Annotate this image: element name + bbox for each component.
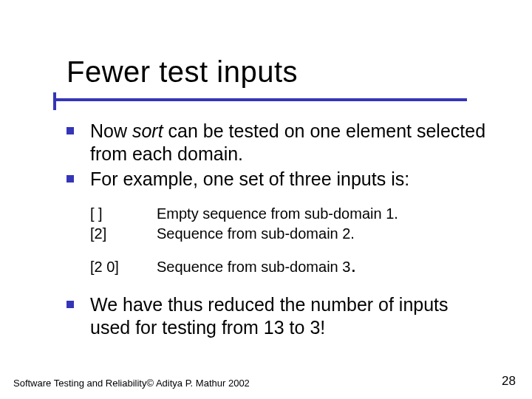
footer-text: Software Testing and Reliability© Aditya… [13,378,250,389]
bullet-item: Now sort can be tested on one element se… [66,120,488,166]
bullet-icon [66,293,90,340]
bullet-icon [66,168,90,191]
example-val: Sequence from sub-domain 2. [157,224,355,244]
text-frag: Sequence from sub-domain 3 [157,259,350,275]
big-period: . [350,253,356,276]
bullet-item: For example, one set of three inputs is: [66,168,488,191]
title-tick [53,92,56,110]
bullet-icon [66,120,90,166]
italic-word: sort [132,120,163,141]
bullet-text: Now sort can be tested on one element se… [90,120,488,166]
example-val: Sequence from sub-domain 3. [157,257,356,277]
bullet-text: We have thus reduced the number of input… [90,293,488,340]
example-val: Empty sequence from sub-domain 1. [157,204,398,224]
example-key: [2 0] [90,257,157,277]
page-number: 28 [502,374,516,389]
example-key: [ ] [90,204,157,224]
example-block: [ ] Empty sequence from sub-domain 1. [2… [90,204,488,277]
example-row: [ ] Empty sequence from sub-domain 1. [90,204,488,224]
title-underline [53,98,467,101]
slide-title: Fewer test inputs [66,55,298,89]
slide-body: Now sort can be tested on one element se… [66,120,488,341]
text-frag: Now [90,120,132,141]
bullet-text: For example, one set of three inputs is: [90,168,409,191]
example-key: [2] [90,224,157,244]
example-row: [2 0] Sequence from sub-domain 3. [90,257,488,277]
bullet-item: We have thus reduced the number of input… [66,293,488,340]
example-row: [2] Sequence from sub-domain 2. [90,224,488,244]
